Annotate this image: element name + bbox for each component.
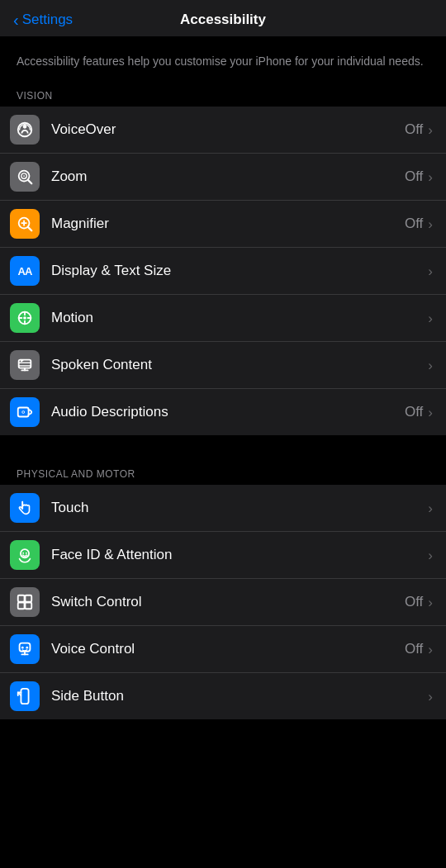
audio-descriptions-label: Audio Descriptions: [51, 404, 405, 420]
magnifier-icon: [10, 209, 40, 239]
vision-section-header: VISION: [0, 83, 446, 107]
touch-right: ›: [426, 501, 433, 515]
voiceover-right: Off ›: [405, 121, 433, 138]
touch-icon: [10, 493, 40, 523]
voice-control-right: Off ›: [405, 641, 433, 657]
voiceover-row[interactable]: VoiceOver Off ›: [0, 107, 446, 154]
voice-control-row[interactable]: Voice Control Off ›: [0, 626, 446, 673]
physical-section-header: PHYSICAL AND MOTOR: [0, 462, 446, 485]
svg-line-3: [28, 180, 31, 183]
switch-control-row[interactable]: Switch Control Off ›: [0, 579, 446, 626]
audio-descriptions-icon: [10, 397, 40, 427]
switch-control-right: Off ›: [405, 594, 433, 610]
side-button-icon: [10, 681, 40, 711]
svg-text:▶: ▶: [21, 358, 24, 363]
side-button-row[interactable]: Side Button ›: [0, 673, 446, 719]
switch-control-icon: [10, 587, 40, 617]
zoom-chevron-icon: ›: [428, 170, 433, 184]
svg-point-11: [23, 316, 26, 320]
voice-control-value: Off: [405, 641, 423, 657]
spoken-content-label: Spoken Content: [51, 357, 426, 373]
magnifier-right: Off ›: [405, 216, 433, 232]
zoom-row[interactable]: Zoom Off ›: [0, 154, 446, 201]
motion-icon: [10, 303, 40, 333]
page-title: Accessibility: [180, 12, 266, 28]
audio-descriptions-row[interactable]: Audio Descriptions Off ›: [0, 389, 446, 435]
svg-point-26: [21, 647, 24, 649]
svg-rect-28: [21, 689, 28, 704]
svg-rect-23: [18, 602, 25, 609]
physical-settings-group: Touch › Face ID & Attention ›: [0, 485, 446, 719]
svg-point-27: [26, 647, 28, 649]
svg-line-7: [28, 227, 31, 230]
vision-settings-group: VoiceOver Off › Zoom Off ›: [0, 107, 446, 435]
back-label: Settings: [22, 12, 73, 28]
zoom-icon: [10, 162, 40, 192]
back-chevron-icon: ‹: [13, 12, 19, 28]
spoken-content-row[interactable]: ▶ Spoken Content ›: [0, 342, 446, 389]
voiceover-label: VoiceOver: [51, 121, 405, 138]
audio-descriptions-right: Off ›: [405, 404, 433, 420]
svg-rect-22: [25, 595, 31, 602]
spoken-content-right: ›: [426, 358, 433, 372]
motion-chevron-icon: ›: [428, 311, 433, 325]
face-id-row[interactable]: Face ID & Attention ›: [0, 532, 446, 579]
svg-point-19: [22, 553, 24, 554]
zoom-value: Off: [405, 168, 423, 185]
svg-rect-21: [18, 595, 25, 602]
spoken-content-icon: ▶: [10, 350, 40, 380]
side-button-right: ›: [426, 690, 433, 704]
switch-control-value: Off: [405, 594, 423, 610]
magnifier-row[interactable]: Magnifier Off ›: [0, 201, 446, 248]
touch-row[interactable]: Touch ›: [0, 485, 446, 532]
face-id-label: Face ID & Attention: [51, 547, 426, 563]
face-id-right: ›: [426, 548, 433, 562]
magnifier-value: Off: [405, 216, 423, 232]
switch-control-label: Switch Control: [51, 594, 405, 610]
voice-control-label: Voice Control: [51, 641, 405, 657]
motion-right: ›: [426, 311, 433, 325]
accessibility-description: Accessibility features help you customis…: [0, 36, 446, 83]
zoom-label: Zoom: [51, 168, 405, 185]
touch-label: Touch: [51, 500, 426, 516]
face-id-chevron-icon: ›: [428, 548, 433, 562]
voice-control-chevron-icon: ›: [428, 643, 433, 657]
back-button[interactable]: ‹ Settings: [13, 12, 73, 28]
zoom-right: Off ›: [405, 168, 433, 185]
spoken-content-chevron-icon: ›: [428, 358, 433, 372]
voiceover-chevron-icon: ›: [428, 123, 433, 137]
section-gap-1: [0, 435, 446, 462]
audio-descriptions-chevron-icon: ›: [428, 406, 433, 420]
audio-descriptions-value: Off: [405, 404, 423, 420]
display-text-size-icon: AA: [10, 256, 40, 286]
side-button-label: Side Button: [51, 688, 426, 704]
voice-control-icon: [10, 634, 40, 664]
motion-row[interactable]: Motion ›: [0, 295, 446, 342]
switch-control-chevron-icon: ›: [428, 595, 433, 609]
display-text-size-label: Display & Text Size: [51, 263, 426, 279]
voiceover-value: Off: [405, 121, 423, 138]
side-button-chevron-icon: ›: [428, 690, 433, 704]
face-id-icon: [10, 540, 40, 570]
svg-point-16: [22, 411, 24, 413]
display-text-size-chevron-icon: ›: [428, 264, 433, 278]
svg-point-5: [23, 175, 25, 177]
motion-label: Motion: [51, 310, 426, 326]
header: ‹ Settings Accessibility: [0, 0, 446, 36]
display-text-size-right: ›: [426, 264, 433, 278]
display-text-size-row[interactable]: AA Display & Text Size ›: [0, 248, 446, 295]
svg-rect-24: [25, 602, 31, 609]
magnifier-chevron-icon: ›: [428, 217, 433, 231]
magnifier-label: Magnifier: [51, 216, 405, 232]
svg-point-1: [23, 125, 27, 129]
voiceover-icon: [10, 115, 40, 145]
svg-point-20: [26, 553, 27, 554]
touch-chevron-icon: ›: [428, 501, 433, 515]
